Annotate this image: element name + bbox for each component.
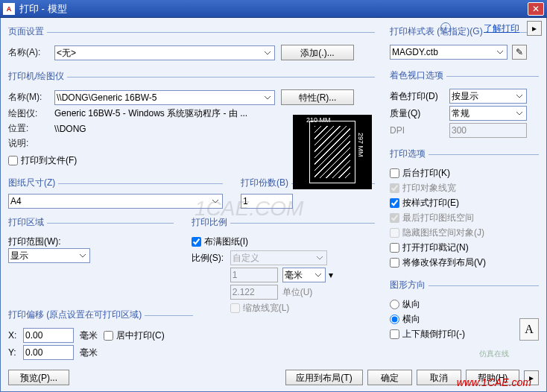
scale-lw-checkbox: [230, 303, 240, 313]
copies-input[interactable]: [241, 194, 293, 209]
desc-label: 说明:: [8, 137, 54, 150]
opt-last-checkbox: [390, 213, 399, 223]
paper-size-legend: 图纸尺寸(Z): [8, 177, 58, 191]
plot-scale-legend: 打印比例: [192, 216, 230, 230]
quality-select[interactable]: 常规: [449, 106, 527, 121]
viewport-group: 着色视口选项 着色打印(D)按显示 质量(Q)常规 DPI: [390, 69, 539, 145]
window-title: 打印 - 模型: [19, 2, 528, 16]
paper-preview: 210 MM 297 MM: [293, 115, 372, 189]
offset-legend: 打印偏移 (原点设置在可打印区域): [8, 309, 145, 323]
paper-size-group: 图纸尺寸(Z) A4: [8, 177, 223, 213]
opt-last-label: 最后打印图纸空间: [390, 212, 474, 224]
shade-label: 着色打印(D): [390, 90, 449, 103]
plot-scale-group: 打印比例 布满图纸(I) 比例(S):自定义 毫米▾ 单位(U) 缩放线宽(L): [192, 216, 375, 321]
scale-label: 比例(S):: [192, 252, 230, 265]
plot-area-group: 打印区域 打印范围(W): 显示: [8, 216, 174, 321]
scale-lw-label: 缩放线宽(L): [230, 302, 290, 314]
opt-bg-label[interactable]: 后台打印(K): [390, 167, 450, 180]
opt-stamp-checkbox[interactable]: [390, 243, 399, 253]
orient-landscape-radio[interactable]: [390, 314, 399, 324]
print-to-file-checkbox[interactable]: [8, 156, 18, 165]
opt-bg-checkbox[interactable]: [390, 168, 399, 178]
opt-save-label[interactable]: 将修改保存到布局(V): [390, 256, 486, 269]
orientation-icon: A: [519, 318, 539, 341]
center-plot-label[interactable]: 居中打印(C): [104, 329, 165, 342]
copies-legend: 打印份数(B): [241, 177, 291, 191]
plot-area-legend: 打印区域: [8, 216, 47, 230]
orient-upside-label[interactable]: 上下颠倒打印(-): [390, 328, 465, 341]
orientation-group: 图形方向 纵向 横向 上下颠倒打印(-) A: [390, 279, 539, 347]
dpi-input: [449, 123, 527, 138]
opt-hide-checkbox: [390, 228, 399, 238]
printer-name-label: 名称(M):: [8, 91, 54, 104]
offset-group: 打印偏移 (原点设置在可打印区域) X:毫米居中打印(C) Y:毫米: [8, 309, 193, 367]
orient-portrait-radio[interactable]: [390, 300, 399, 309]
preview-button[interactable]: 预览(P)...: [8, 370, 69, 385]
scale-den-input: [230, 285, 278, 300]
apply-layout-button[interactable]: 应用到布局(T): [285, 370, 363, 385]
chevron-right-icon: ▸: [529, 373, 534, 383]
page-setup-group: 页面设置 名称(A): <无> 添加(.)...: [8, 25, 375, 67]
offset-x-label: X:: [8, 330, 23, 341]
opt-styles-label[interactable]: 按样式打印(E): [390, 197, 459, 209]
offset-x-unit: 毫米: [80, 329, 98, 342]
opt-hide-label: 隐藏图纸空间对象(J): [390, 227, 484, 239]
offset-y-unit: 毫米: [80, 347, 98, 359]
page-setup-legend: 页面设置: [8, 25, 47, 39]
orient-landscape-label[interactable]: 横向: [390, 313, 420, 326]
printer-legend: 打印机/绘图仪: [8, 70, 67, 84]
expand-button-bottom[interactable]: ▸: [524, 370, 539, 385]
paper-size-select[interactable]: A4: [8, 194, 223, 209]
style-table-select[interactable]: MAGDY.ctb: [390, 45, 508, 60]
info-icon[interactable]: i: [440, 22, 451, 33]
printer-name-select[interactable]: \\DONG\Generic 16BW-5: [54, 90, 275, 105]
orientation-legend: 图形方向: [390, 279, 429, 293]
where-label: 位置:: [8, 122, 54, 135]
plot-scope-label: 打印范围(W):: [8, 235, 61, 248]
offset-y-input[interactable]: [23, 345, 74, 360]
opt-styles-checkbox[interactable]: [390, 198, 399, 208]
chevron-right-icon: ▸: [532, 23, 537, 34]
cancel-button[interactable]: 取消: [417, 370, 461, 385]
where-value: \\DONG: [54, 124, 86, 134]
opt-lw-checkbox: [390, 183, 399, 193]
opt-lw-label: 打印对象线宽: [390, 182, 456, 195]
scale-select: 自定义: [230, 250, 327, 265]
style-table-edit-button[interactable]: ✎: [512, 45, 527, 60]
dpi-label: DPI: [390, 125, 449, 136]
page-name-label: 名称(A):: [8, 46, 54, 59]
plot-options-group: 打印选项 后台打印(K) 打印对象线宽 按样式打印(E) 最后打印图纸空间 隐藏…: [390, 148, 539, 276]
style-table-legend: 打印样式表 (笔指定)(G): [390, 25, 486, 39]
help-link[interactable]: 了解打印: [484, 22, 519, 35]
plotter-value: Generic 16BW-5 - Windows 系统驱动程序 - 由 ...: [54, 107, 247, 120]
close-button[interactable]: ✕: [528, 2, 544, 16]
ok-button[interactable]: 确定: [367, 370, 412, 385]
preview-height: 297 MM: [357, 133, 364, 157]
add-pagesetup-button[interactable]: 添加(.)...: [281, 45, 354, 60]
fit-paper-label[interactable]: 布满图纸(I): [192, 235, 248, 248]
shade-select[interactable]: 按显示: [449, 89, 527, 104]
expand-button[interactable]: ▸: [527, 21, 542, 36]
orient-upside-checkbox[interactable]: [390, 329, 399, 339]
scale-num-input: [230, 268, 278, 282]
opt-stamp-label[interactable]: 打开打印戳记(N): [390, 241, 469, 254]
help-button[interactable]: 帮助(H): [466, 370, 519, 385]
scale-den-unit: 单位(U): [282, 286, 313, 299]
center-plot-checkbox[interactable]: [104, 331, 113, 341]
orient-portrait-label[interactable]: 纵向: [390, 298, 420, 311]
app-icon: A: [3, 3, 15, 15]
offset-x-input[interactable]: [23, 328, 74, 343]
plot-scope-select[interactable]: 显示: [8, 248, 90, 263]
quality-label: 质量(Q): [390, 107, 449, 120]
printer-properties-button[interactable]: 特性(R)...: [281, 89, 354, 105]
opt-save-checkbox[interactable]: [390, 258, 399, 268]
print-to-file-label[interactable]: 打印到文件(F): [8, 154, 77, 167]
viewport-legend: 着色视口选项: [390, 69, 446, 83]
page-name-select[interactable]: <无>: [54, 45, 275, 60]
pencil-icon: ✎: [516, 47, 523, 57]
fit-paper-checkbox[interactable]: [192, 237, 201, 247]
offset-y-label: Y:: [8, 347, 23, 358]
plotter-label: 绘图仪:: [8, 107, 54, 120]
scale-unit-select[interactable]: 毫米: [282, 268, 326, 282]
plot-options-legend: 打印选项: [390, 148, 429, 162]
